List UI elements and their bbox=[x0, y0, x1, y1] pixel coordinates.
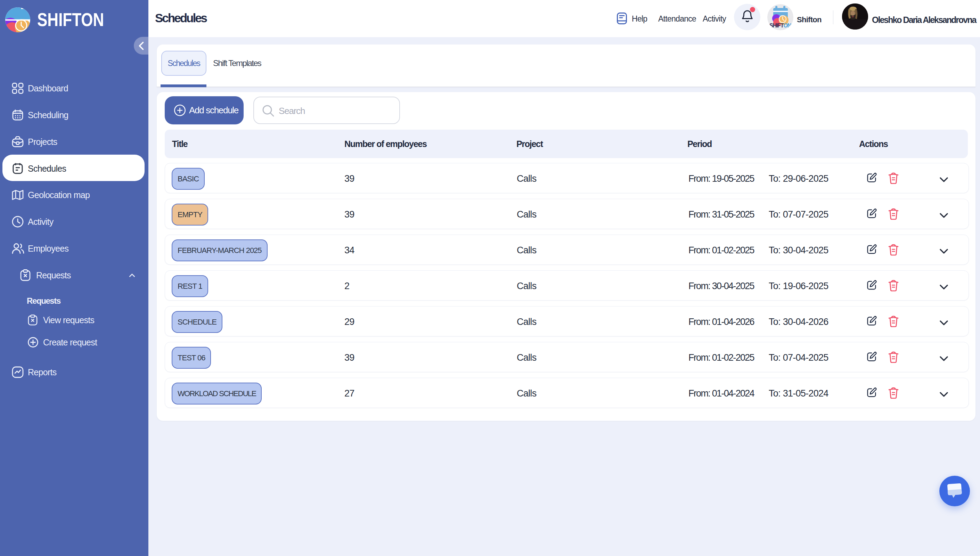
svg-text:SHIFT: SHIFT bbox=[769, 23, 784, 29]
svg-text:ON: ON bbox=[784, 23, 791, 29]
